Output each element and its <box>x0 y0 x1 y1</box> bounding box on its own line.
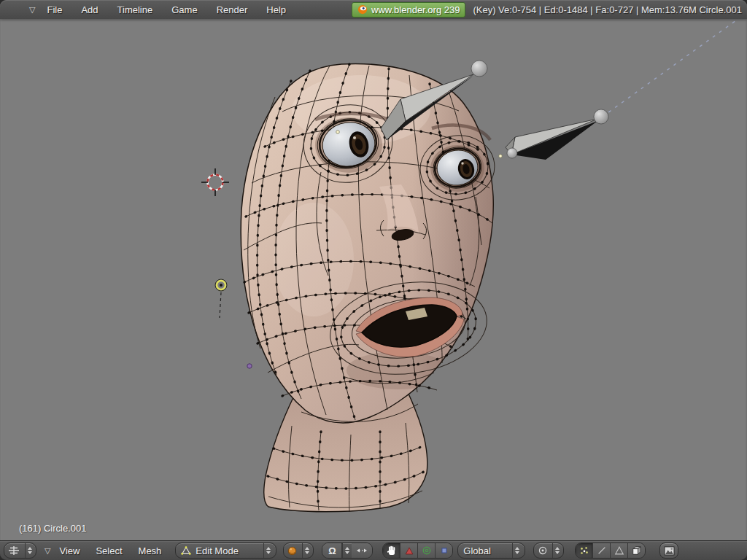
menu-view[interactable]: View <box>58 545 81 556</box>
cursor-3d[interactable] <box>201 168 229 196</box>
rotate-icon <box>422 545 432 556</box>
pivot-center-icon <box>538 545 548 556</box>
vertex-point-right[interactable] <box>499 155 503 158</box>
solid-draw-icon <box>287 545 298 556</box>
active-object-info: (161) Circle.001 <box>19 523 87 534</box>
pivot-dropdown[interactable] <box>533 542 564 559</box>
badge-label: www.blender.org 239 <box>371 4 460 15</box>
mode-dropdown[interactable]: Edit Mode <box>175 542 276 559</box>
proportional-edit-group: Ω <box>322 542 373 559</box>
menu-timeline[interactable]: Timeline <box>116 4 155 15</box>
header-collapse-icon[interactable]: ▽ <box>29 5 35 15</box>
object-center-dot[interactable] <box>247 364 252 368</box>
proportional-falloff-icon: Ω <box>328 545 336 556</box>
view3d-editor-icon <box>7 545 20 556</box>
snap-arrows-icon <box>356 546 368 555</box>
automerge-button[interactable] <box>352 543 372 558</box>
vertex-point-left[interactable] <box>336 131 340 134</box>
bone-spike-right[interactable] <box>506 109 608 160</box>
orientation-spinner[interactable] <box>512 543 522 558</box>
viewport-canvas[interactable] <box>0 19 747 541</box>
menu-file[interactable]: File <box>45 4 63 15</box>
parent-relation-dashed-line <box>605 19 741 114</box>
pivot-spinner[interactable] <box>552 543 562 558</box>
vertex-select-button[interactable] <box>576 543 593 558</box>
edge-select-button[interactable] <box>593 543 611 558</box>
mode-dropdown-spinner[interactable] <box>263 543 273 558</box>
face-select-button[interactable] <box>611 543 628 558</box>
occlude-cube-icon <box>631 545 642 556</box>
lamp-object[interactable] <box>215 279 227 318</box>
orientation-dropdown[interactable]: Global <box>457 542 525 559</box>
proportional-spinner[interactable] <box>342 543 352 558</box>
image-icon <box>664 546 675 556</box>
mode-dropdown-label: Edit Mode <box>196 545 259 556</box>
manipulator-toggle-button[interactable] <box>383 543 400 558</box>
draw-type-spinner[interactable] <box>302 543 311 558</box>
editor-type-selector[interactable] <box>4 542 36 559</box>
blender-logo-icon <box>357 4 368 15</box>
menu-add[interactable]: Add <box>80 4 99 15</box>
header-collapse-icon-bottom[interactable]: ▽ <box>44 546 50 556</box>
scale-icon <box>439 545 449 556</box>
editor-selector-spinner[interactable] <box>25 543 34 558</box>
menu-mesh[interactable]: Mesh <box>137 545 163 556</box>
menu-render[interactable]: Render <box>215 4 249 15</box>
blender-org-badge[interactable]: www.blender.org 239 <box>352 2 465 18</box>
draw-type-selector[interactable] <box>283 542 314 559</box>
manipulator-group <box>382 542 453 559</box>
edit-mode-icon <box>181 545 191 556</box>
proportional-edit-button[interactable]: Ω <box>322 543 342 558</box>
manipulator-translate-button[interactable] <box>400 543 418 558</box>
render-preview-button[interactable] <box>659 542 678 559</box>
hand-icon <box>387 545 397 556</box>
manipulator-rotate-button[interactable] <box>418 543 436 558</box>
scene-statistics: (Key) Ve:0-754 | Ed:0-1484 | Fa:0-727 | … <box>473 4 742 15</box>
manipulator-scale-button[interactable] <box>436 543 452 558</box>
occlude-geometry-button[interactable] <box>628 543 645 558</box>
face-select-icon <box>614 545 624 556</box>
select-mode-group <box>575 542 646 559</box>
orientation-label: Global <box>463 545 508 556</box>
translate-icon <box>404 546 414 556</box>
top-header-bar: ▽ File Add Timeline Game Render Help www… <box>0 0 747 20</box>
menu-game[interactable]: Game <box>170 4 198 15</box>
viewport-header-bar: ▽ View Select Mesh Edit Mode Ω <box>0 540 747 560</box>
viewport-3d[interactable]: (161) Circle.001 <box>0 19 747 541</box>
edge-select-icon <box>597 545 607 556</box>
menu-help[interactable]: Help <box>265 4 287 15</box>
menu-select[interactable]: Select <box>94 545 123 556</box>
vertex-select-icon <box>579 545 589 556</box>
